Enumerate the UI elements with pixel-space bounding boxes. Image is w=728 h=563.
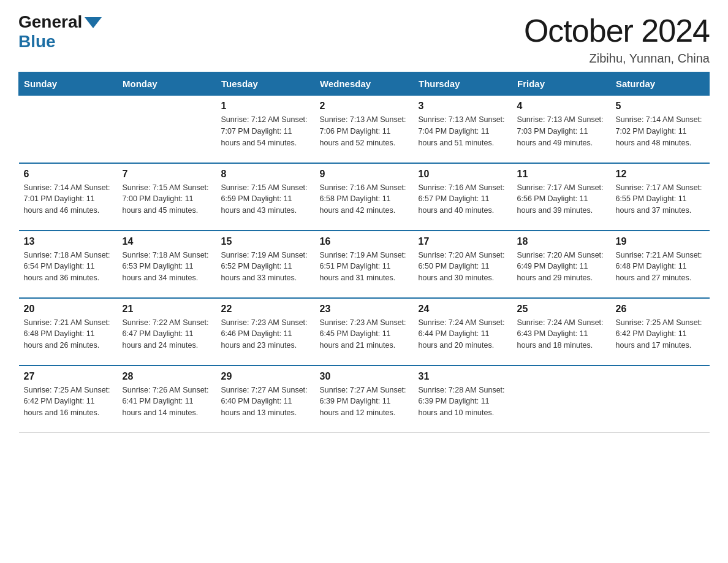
day-info: Sunrise: 7:27 AM Sunset: 6:39 PM Dayligh… bbox=[320, 385, 409, 419]
day-info: Sunrise: 7:15 AM Sunset: 7:00 PM Dayligh… bbox=[123, 182, 211, 216]
calendar-header-thursday: Thursday bbox=[414, 72, 512, 96]
calendar-cell: 3Sunrise: 7:13 AM Sunset: 7:04 PM Daylig… bbox=[414, 96, 512, 163]
calendar-cell: 10Sunrise: 7:16 AM Sunset: 6:57 PM Dayli… bbox=[414, 163, 512, 231]
day-number: 17 bbox=[419, 236, 507, 247]
calendar-week-row: 13Sunrise: 7:18 AM Sunset: 6:54 PM Dayli… bbox=[19, 231, 710, 298]
logo-blue-text: Blue bbox=[18, 32, 56, 52]
day-info: Sunrise: 7:16 AM Sunset: 6:57 PM Dayligh… bbox=[419, 182, 507, 216]
calendar-cell: 27Sunrise: 7:25 AM Sunset: 6:42 PM Dayli… bbox=[19, 366, 118, 433]
day-info: Sunrise: 7:17 AM Sunset: 6:55 PM Dayligh… bbox=[616, 182, 705, 216]
day-number: 11 bbox=[517, 169, 606, 180]
calendar-cell bbox=[611, 366, 710, 433]
calendar-cell: 22Sunrise: 7:23 AM Sunset: 6:46 PM Dayli… bbox=[216, 298, 315, 366]
day-number: 29 bbox=[221, 371, 310, 382]
day-number: 31 bbox=[419, 371, 507, 382]
day-number: 24 bbox=[419, 304, 507, 315]
day-number: 22 bbox=[221, 304, 310, 315]
day-number: 1 bbox=[221, 101, 310, 112]
day-info: Sunrise: 7:22 AM Sunset: 6:47 PM Dayligh… bbox=[123, 317, 211, 351]
calendar-week-row: 27Sunrise: 7:25 AM Sunset: 6:42 PM Dayli… bbox=[19, 366, 710, 433]
calendar-cell bbox=[118, 96, 216, 163]
title-section: October 2024 Zibihu, Yunnan, China bbox=[524, 12, 710, 66]
day-number: 20 bbox=[24, 304, 113, 315]
logo-general: General bbox=[18, 12, 102, 32]
logo-general-text: General bbox=[18, 12, 82, 32]
day-number: 5 bbox=[616, 101, 705, 112]
day-info: Sunrise: 7:24 AM Sunset: 6:43 PM Dayligh… bbox=[517, 317, 606, 351]
calendar-cell: 14Sunrise: 7:18 AM Sunset: 6:53 PM Dayli… bbox=[118, 231, 216, 298]
calendar-cell: 26Sunrise: 7:25 AM Sunset: 6:42 PM Dayli… bbox=[611, 298, 710, 366]
day-number: 15 bbox=[221, 236, 310, 247]
calendar-cell: 28Sunrise: 7:26 AM Sunset: 6:41 PM Dayli… bbox=[118, 366, 216, 433]
day-info: Sunrise: 7:18 AM Sunset: 6:54 PM Dayligh… bbox=[24, 250, 113, 284]
calendar-week-row: 20Sunrise: 7:21 AM Sunset: 6:48 PM Dayli… bbox=[19, 298, 710, 366]
calendar-header-wednesday: Wednesday bbox=[315, 72, 414, 96]
calendar-cell: 24Sunrise: 7:24 AM Sunset: 6:44 PM Dayli… bbox=[414, 298, 512, 366]
location: Zibihu, Yunnan, China bbox=[524, 52, 710, 66]
day-number: 4 bbox=[517, 101, 606, 112]
day-info: Sunrise: 7:15 AM Sunset: 6:59 PM Dayligh… bbox=[221, 182, 310, 216]
calendar-cell: 7Sunrise: 7:15 AM Sunset: 7:00 PM Daylig… bbox=[118, 163, 216, 231]
calendar-cell: 5Sunrise: 7:14 AM Sunset: 7:02 PM Daylig… bbox=[611, 96, 710, 163]
day-info: Sunrise: 7:25 AM Sunset: 6:42 PM Dayligh… bbox=[616, 317, 705, 351]
calendar-cell: 23Sunrise: 7:23 AM Sunset: 6:45 PM Dayli… bbox=[315, 298, 414, 366]
day-number: 14 bbox=[123, 236, 211, 247]
day-info: Sunrise: 7:13 AM Sunset: 7:03 PM Dayligh… bbox=[517, 114, 606, 148]
day-info: Sunrise: 7:21 AM Sunset: 6:48 PM Dayligh… bbox=[616, 250, 705, 284]
month-title: October 2024 bbox=[524, 12, 710, 49]
calendar-cell: 20Sunrise: 7:21 AM Sunset: 6:48 PM Dayli… bbox=[19, 298, 118, 366]
day-info: Sunrise: 7:14 AM Sunset: 7:01 PM Dayligh… bbox=[24, 182, 113, 216]
calendar-cell: 11Sunrise: 7:17 AM Sunset: 6:56 PM Dayli… bbox=[512, 163, 611, 231]
day-info: Sunrise: 7:23 AM Sunset: 6:46 PM Dayligh… bbox=[221, 317, 310, 351]
day-info: Sunrise: 7:17 AM Sunset: 6:56 PM Dayligh… bbox=[517, 182, 606, 216]
day-number: 26 bbox=[616, 304, 705, 315]
day-info: Sunrise: 7:21 AM Sunset: 6:48 PM Dayligh… bbox=[24, 317, 113, 351]
calendar-header-row: SundayMondayTuesdayWednesdayThursdayFrid… bbox=[19, 72, 710, 96]
day-info: Sunrise: 7:13 AM Sunset: 7:06 PM Dayligh… bbox=[320, 114, 409, 148]
day-number: 7 bbox=[123, 169, 211, 180]
calendar-cell: 19Sunrise: 7:21 AM Sunset: 6:48 PM Dayli… bbox=[611, 231, 710, 298]
day-number: 16 bbox=[320, 236, 409, 247]
calendar-cell bbox=[512, 366, 611, 433]
day-info: Sunrise: 7:16 AM Sunset: 6:58 PM Dayligh… bbox=[320, 182, 409, 216]
logo: General Blue bbox=[18, 12, 102, 52]
day-info: Sunrise: 7:25 AM Sunset: 6:42 PM Dayligh… bbox=[24, 385, 113, 419]
day-number: 18 bbox=[517, 236, 606, 247]
day-number: 27 bbox=[24, 371, 113, 382]
calendar-cell: 4Sunrise: 7:13 AM Sunset: 7:03 PM Daylig… bbox=[512, 96, 611, 163]
day-info: Sunrise: 7:23 AM Sunset: 6:45 PM Dayligh… bbox=[320, 317, 409, 351]
day-info: Sunrise: 7:28 AM Sunset: 6:39 PM Dayligh… bbox=[419, 385, 507, 419]
calendar-cell: 17Sunrise: 7:20 AM Sunset: 6:50 PM Dayli… bbox=[414, 231, 512, 298]
calendar-cell: 21Sunrise: 7:22 AM Sunset: 6:47 PM Dayli… bbox=[118, 298, 216, 366]
calendar-cell: 15Sunrise: 7:19 AM Sunset: 6:52 PM Dayli… bbox=[216, 231, 315, 298]
calendar-cell: 18Sunrise: 7:20 AM Sunset: 6:49 PM Dayli… bbox=[512, 231, 611, 298]
calendar-cell: 1Sunrise: 7:12 AM Sunset: 7:07 PM Daylig… bbox=[216, 96, 315, 163]
day-number: 30 bbox=[320, 371, 409, 382]
day-number: 28 bbox=[123, 371, 211, 382]
day-info: Sunrise: 7:20 AM Sunset: 6:49 PM Dayligh… bbox=[517, 250, 606, 284]
calendar-cell: 31Sunrise: 7:28 AM Sunset: 6:39 PM Dayli… bbox=[414, 366, 512, 433]
day-info: Sunrise: 7:14 AM Sunset: 7:02 PM Dayligh… bbox=[616, 114, 705, 148]
day-number: 13 bbox=[24, 236, 113, 247]
day-info: Sunrise: 7:20 AM Sunset: 6:50 PM Dayligh… bbox=[419, 250, 507, 284]
day-info: Sunrise: 7:19 AM Sunset: 6:52 PM Dayligh… bbox=[221, 250, 310, 284]
page-header: General Blue October 2024 Zibihu, Yunnan… bbox=[18, 12, 710, 66]
calendar-cell: 8Sunrise: 7:15 AM Sunset: 6:59 PM Daylig… bbox=[216, 163, 315, 231]
day-number: 6 bbox=[24, 169, 113, 180]
calendar-week-row: 1Sunrise: 7:12 AM Sunset: 7:07 PM Daylig… bbox=[19, 96, 710, 163]
calendar-cell: 16Sunrise: 7:19 AM Sunset: 6:51 PM Dayli… bbox=[315, 231, 414, 298]
day-number: 23 bbox=[320, 304, 409, 315]
calendar-cell: 30Sunrise: 7:27 AM Sunset: 6:39 PM Dayli… bbox=[315, 366, 414, 433]
calendar-header-tuesday: Tuesday bbox=[216, 72, 315, 96]
day-number: 12 bbox=[616, 169, 705, 180]
calendar-header-saturday: Saturday bbox=[611, 72, 710, 96]
calendar-header-monday: Monday bbox=[118, 72, 216, 96]
day-number: 9 bbox=[320, 169, 409, 180]
calendar-cell: 13Sunrise: 7:18 AM Sunset: 6:54 PM Dayli… bbox=[19, 231, 118, 298]
day-number: 8 bbox=[221, 169, 310, 180]
day-number: 10 bbox=[419, 169, 507, 180]
day-info: Sunrise: 7:18 AM Sunset: 6:53 PM Dayligh… bbox=[123, 250, 211, 284]
day-info: Sunrise: 7:26 AM Sunset: 6:41 PM Dayligh… bbox=[123, 385, 211, 419]
day-number: 2 bbox=[320, 101, 409, 112]
day-info: Sunrise: 7:27 AM Sunset: 6:40 PM Dayligh… bbox=[221, 385, 310, 419]
